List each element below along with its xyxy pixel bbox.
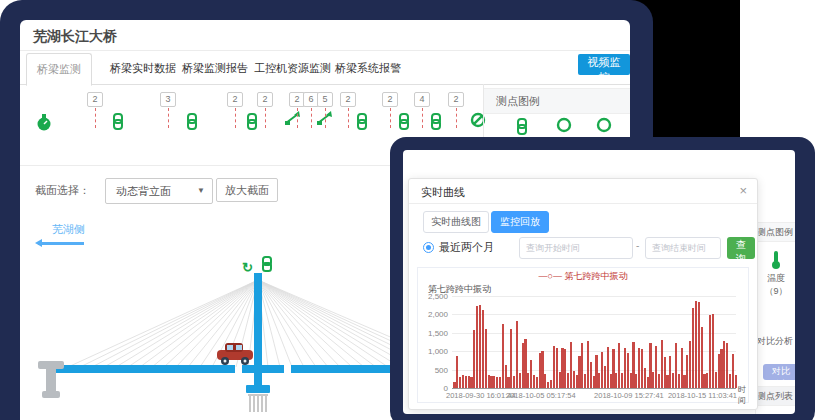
x-axis-line bbox=[452, 388, 736, 389]
sensor-count-badge: 2 bbox=[87, 92, 103, 107]
chain-sensor-icon[interactable] bbox=[430, 112, 442, 134]
x-tick-label: 2018-10-05 05:17:54 bbox=[506, 391, 576, 400]
tower-top-sensor-icons: ↻ bbox=[242, 257, 271, 275]
bridge-pier bbox=[38, 361, 64, 398]
bridge-side-label: 芜湖侧 bbox=[52, 222, 85, 237]
y-tick-label: 1,500 bbox=[420, 329, 448, 338]
sensor-dashed-line bbox=[265, 108, 266, 128]
chain-sensor-icon[interactable] bbox=[112, 112, 124, 134]
modal-title: 实时曲线 bbox=[421, 185, 465, 200]
circle-sensor-icon bbox=[556, 117, 572, 137]
sensor-dashed-line bbox=[235, 108, 236, 128]
stopwatch-sensor-icon[interactable] bbox=[36, 114, 52, 136]
video-monitor-button[interactable]: 视频监控 bbox=[578, 54, 630, 75]
chain-sensor-icon[interactable] bbox=[186, 112, 198, 134]
temperature-count: （9） bbox=[759, 285, 793, 298]
query-button[interactable]: 查询 bbox=[727, 237, 755, 259]
rotate-sensor-icon: ↻ bbox=[242, 260, 253, 275]
legend-series-name: 第七跨跨中振动 bbox=[564, 271, 627, 281]
point-list-section-header: 测点列表 bbox=[755, 386, 795, 406]
sensor-count-badge: 2 bbox=[382, 92, 398, 107]
sensor-count-badge: 4 bbox=[414, 92, 430, 107]
sensor-dashed-line bbox=[390, 108, 391, 128]
chain-sensor-icon bbox=[263, 257, 271, 271]
realtime-curve-modal: 实时曲线 × 实时曲线图监控回放 最近两个月 - 查询 —○— 第七跨跨中振动 … bbox=[408, 178, 758, 410]
temperature-legend-item[interactable]: 温度 （9） bbox=[759, 250, 793, 298]
sensor-dashed-line bbox=[297, 108, 298, 128]
temperature-label: 温度 bbox=[759, 272, 793, 285]
main-tab-4[interactable]: 桥梁系统报警 bbox=[325, 53, 411, 83]
y-tick-label: 2,500 bbox=[420, 292, 448, 301]
recent-two-months-label: 最近两个月 bbox=[439, 240, 494, 255]
query-start-time-input[interactable] bbox=[519, 237, 633, 259]
modal-header: 实时曲线 × bbox=[409, 179, 757, 204]
modal-tab-0[interactable]: 实时曲线图 bbox=[423, 211, 489, 233]
chevron-down-icon: ▼ bbox=[197, 179, 205, 203]
overlay-window-frame: 测点图例 温度 （9） 对比分析 对比分析 测点列表 实时曲线 × 实时曲线图监… bbox=[390, 137, 815, 420]
x-tick-label: 2018-10-15 11:03:41 bbox=[668, 391, 737, 400]
legend-marker-icon: —○— bbox=[539, 271, 562, 281]
y-tick-label: 2,000 bbox=[420, 310, 448, 319]
chart-x-axis-title: 时间 bbox=[738, 384, 748, 406]
zoom-section-button[interactable]: 放大截面 bbox=[216, 178, 278, 202]
sensor-dashed-line bbox=[168, 108, 169, 128]
sensor-count-badge: 3 bbox=[160, 92, 176, 107]
screenshot-canvas: 芜湖长江大桥 桥梁监测桥梁实时数据桥梁监测报告工控机资源监测桥梁系统报警 视频监… bbox=[0, 0, 815, 420]
sensor-dashed-line bbox=[348, 108, 349, 128]
car-on-bridge bbox=[217, 343, 253, 365]
y-tick-label: 500 bbox=[420, 366, 448, 375]
sensor-dashed-line bbox=[456, 108, 457, 128]
close-icon[interactable]: × bbox=[739, 183, 747, 198]
chart-legend[interactable]: —○— 第七跨跨中振动 bbox=[418, 270, 748, 283]
tower-foundation bbox=[246, 385, 270, 412]
legend-panel-header: 测点图例 bbox=[755, 222, 795, 242]
query-end-time-input[interactable] bbox=[645, 237, 721, 259]
section-select-dropdown[interactable]: 动态背立面 ▼ bbox=[105, 178, 213, 204]
chart-spike-bar bbox=[735, 375, 737, 388]
y-tick-label: 1,000 bbox=[420, 347, 448, 356]
circle-sensor-icon bbox=[596, 117, 612, 137]
sensor-count-badge: 2 bbox=[448, 92, 464, 107]
vibration-chart: —○— 第七跨跨中振动 第七跨跨中振动 05001,0001,5002,0002… bbox=[417, 267, 749, 403]
page-title: 芜湖长江大桥 bbox=[33, 28, 117, 46]
chain-sensor-icon[interactable] bbox=[356, 112, 368, 134]
compare-analysis-button[interactable]: 对比分析 bbox=[763, 364, 795, 380]
section-select-value: 动态背立面 bbox=[116, 185, 171, 197]
main-tab-0[interactable]: 桥梁监测 bbox=[26, 53, 92, 86]
recent-two-months-radio[interactable] bbox=[423, 242, 434, 253]
thermometer-icon bbox=[770, 250, 782, 270]
main-tab-bar: 桥梁监测桥梁实时数据桥梁监测报告工控机资源监测桥梁系统报警 bbox=[20, 53, 630, 85]
chain-sensor-icon[interactable] bbox=[246, 112, 258, 134]
y-tick-label: 0 bbox=[420, 384, 448, 393]
sensor-dashed-line bbox=[325, 108, 326, 128]
legend-panel-header: 测点图例 bbox=[484, 88, 630, 114]
sensor-count-badge: 5 bbox=[317, 92, 333, 107]
x-tick-label: 2018-10-09 15:27:41 bbox=[594, 391, 664, 400]
sensor-count-badge: 2 bbox=[340, 92, 356, 107]
sensor-count-badge: 2 bbox=[227, 92, 243, 107]
range-separator: - bbox=[636, 240, 639, 251]
sensor-dashed-line bbox=[95, 108, 96, 128]
title-divider bbox=[20, 50, 630, 51]
section-select-label: 截面选择： bbox=[35, 183, 90, 198]
compare-section-header: 对比分析 bbox=[755, 332, 795, 348]
modal-tab-1[interactable]: 监控回放 bbox=[491, 211, 549, 233]
sensor-dashed-line bbox=[311, 108, 312, 128]
gridline bbox=[452, 296, 736, 297]
arrow-sensor-icon[interactable] bbox=[284, 110, 302, 130]
chain-sensor-icon bbox=[516, 117, 528, 139]
overlay-window: 测点图例 温度 （9） 对比分析 对比分析 测点列表 实时曲线 × 实时曲线图监… bbox=[403, 150, 795, 414]
sensor-count-badge: 2 bbox=[257, 92, 273, 107]
sensor-dashed-line bbox=[422, 108, 423, 128]
chain-sensor-icon[interactable] bbox=[398, 112, 410, 134]
